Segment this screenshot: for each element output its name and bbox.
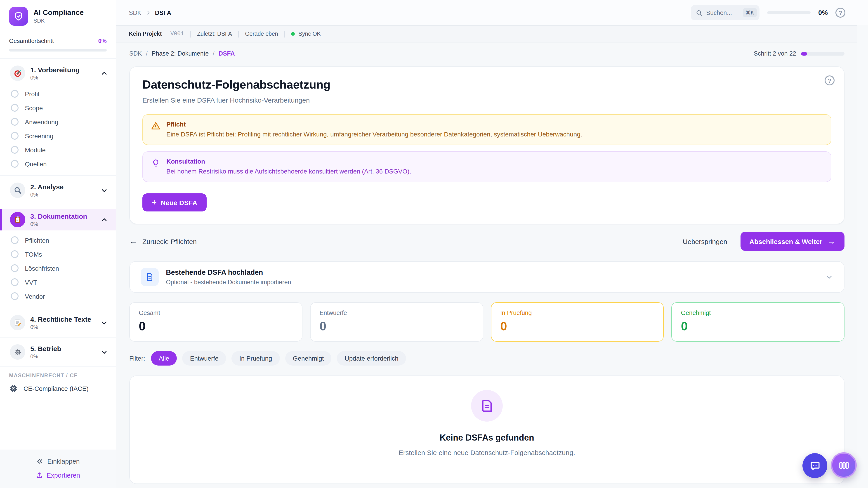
filter-chip[interactable]: Genehmigt: [285, 351, 332, 365]
stat-label: Entwuerfe: [320, 310, 474, 316]
new-dsfa-button[interactable]: + Neue DSFA: [143, 193, 207, 212]
section-percent: 0%: [30, 191, 64, 198]
plus-icon: +: [152, 198, 157, 206]
section-percent: 0%: [30, 353, 61, 359]
empty-state-subtitle: Erstellen Sie eine neue Datenschutz-Folg…: [399, 449, 575, 456]
collapse-sidebar-button[interactable]: Einklappen: [36, 458, 80, 465]
chat-fab-button[interactable]: [802, 453, 827, 478]
page-breadcrumb-phase[interactable]: Phase 2: Dokumente: [152, 50, 209, 57]
sidebar-item-ce-compliance[interactable]: CE-Compliance (IACE): [0, 380, 116, 399]
back-button[interactable]: ← Zurueck: Pflichten: [129, 237, 197, 246]
topbar: SDK DSFA Suchen... ⌘K 0% ?: [116, 0, 868, 25]
sidebar-section-header[interactable]: 1. Vorbereitung 0%: [0, 62, 116, 84]
document-icon: [141, 268, 159, 286]
filter-chip[interactable]: In Pruefung: [232, 351, 280, 365]
overall-progress: Gesamtfortschritt 0%: [0, 32, 116, 58]
sidebar-item-label: Screening: [25, 132, 53, 139]
chevron-down-icon: [101, 187, 107, 194]
ce-item-label: CE-Compliance (IACE): [24, 385, 89, 392]
target-icon: [10, 66, 25, 81]
radio-circle-icon: [11, 146, 19, 154]
chevron-up-icon: [101, 70, 107, 76]
card-help-icon[interactable]: ?: [825, 75, 835, 86]
radio-circle-icon: [11, 278, 19, 286]
filter-chip[interactable]: Entwuerfe: [182, 351, 226, 365]
sidebar-item-label: Vendor: [25, 293, 45, 300]
stat-card: Entwuerfe 0: [310, 302, 483, 341]
sidebar-item-vendor[interactable]: Vendor: [0, 289, 116, 303]
chevron-right-icon: [146, 10, 151, 15]
sidebar-item-l-schfristen[interactable]: Löschfristen: [0, 261, 116, 275]
filter-label: Filter:: [129, 355, 145, 362]
empty-state-title: Keine DSFAs gefunden: [440, 433, 534, 443]
sidebar-item-scope[interactable]: Scope: [0, 101, 116, 115]
search-input[interactable]: Suchen... ⌘K: [691, 5, 760, 20]
sidebar-section: 2. Analyse 0%: [0, 175, 116, 205]
sidebar-item-label: TOMs: [25, 251, 42, 258]
export-button[interactable]: Exportieren: [36, 472, 80, 479]
section-label: 5. Betrieb: [30, 345, 61, 352]
section-percent: 0%: [30, 74, 80, 80]
sync-ok-dot: [291, 32, 295, 36]
chevron-down-icon[interactable]: [825, 273, 833, 281]
radio-circle-icon: [11, 160, 19, 168]
sidebar-item-module[interactable]: Module: [0, 143, 116, 157]
sidebar-section-header[interactable]: 5. Betrieb 0%: [0, 341, 116, 363]
chevron-down-icon: [101, 319, 107, 326]
scrollbar-track[interactable]: [857, 25, 868, 488]
skip-button[interactable]: Ueberspringen: [676, 233, 734, 250]
sidebar-item-pflichten[interactable]: Pflichten: [0, 233, 116, 247]
sync-status: Sync OK: [291, 31, 321, 37]
sidebar-section-header[interactable]: 2. Analyse 0%: [0, 180, 116, 201]
sidebar-item-quellen[interactable]: Quellen: [0, 157, 116, 171]
upload-existing-dsfa-panel[interactable]: Bestehende DSFA hochladen Optional - bes…: [129, 261, 844, 293]
help-icon[interactable]: ?: [835, 8, 845, 18]
arrow-right-icon: →: [827, 237, 835, 246]
columns-icon: [838, 459, 850, 471]
sidebar-item-anwendung[interactable]: Anwendung: [0, 115, 116, 129]
radio-circle-icon: [11, 264, 19, 272]
clipboard-icon: [10, 212, 25, 227]
sidebar-item-label: Quellen: [25, 160, 47, 167]
chevrons-left-icon: [36, 458, 43, 465]
breadcrumb-root[interactable]: SDK: [129, 9, 142, 16]
overall-progress-value: 0%: [98, 37, 107, 44]
stat-label: In Pruefung: [500, 310, 654, 316]
upload-subtitle: Optional - bestehende Dokumente importie…: [166, 279, 291, 286]
sidebar-section-header[interactable]: 3. Dokumentation 0%: [0, 209, 116, 230]
sidebar-section-header[interactable]: 4. Rechtliche Texte 0%: [0, 312, 116, 333]
finish-next-button[interactable]: Abschliessen & Weiter →: [740, 232, 844, 251]
page-breadcrumb: SDK / Phase 2: Dokumente / DSFA: [129, 50, 235, 57]
radio-circle-icon: [11, 132, 19, 140]
section-label: 1. Vorbereitung: [30, 66, 80, 73]
filter-chip[interactable]: Alle: [151, 351, 177, 365]
filter-chip[interactable]: Update erforderlich: [337, 351, 406, 365]
stat-label: Gesamt: [139, 310, 293, 316]
page-content: SDK / Phase 2: Dokumente / DSFA Schritt …: [116, 42, 857, 488]
page-subtitle: Erstellen Sie eine DSFA fuer Hochrisiko-…: [143, 96, 831, 104]
overall-progress-bar: [9, 49, 107, 52]
search-icon: [696, 9, 703, 16]
status-bar: Kein Projekt V001 Zuletzt: DSFA Gerade e…: [116, 25, 857, 42]
breadcrumb: SDK DSFA: [129, 9, 171, 16]
chat-bubble-icon: [809, 460, 821, 471]
radio-circle-icon: [11, 250, 19, 258]
alert-konsultation: Konsultation Bei hohem Restrisiko muss d…: [143, 151, 831, 182]
stat-value: 0: [500, 320, 654, 333]
kanban-fab-button[interactable]: [831, 452, 857, 478]
sidebar-item-vvt[interactable]: VVT: [0, 275, 116, 289]
radio-circle-icon: [11, 292, 19, 300]
sidebar-item-screening[interactable]: Screening: [0, 129, 116, 143]
filter-row: Filter: AlleEntwuerfeIn PruefungGenehmig…: [129, 351, 844, 365]
main-area: SDK DSFA Suchen... ⌘K 0% ?: [116, 0, 868, 488]
page-breadcrumb-root[interactable]: SDK: [129, 50, 142, 57]
stat-card: In Pruefung 0: [491, 302, 664, 341]
sidebar-sections: 1. Vorbereitung 0% Profil Scope Anwendun…: [0, 58, 116, 366]
chevron-up-icon: [101, 216, 107, 223]
arrow-left-icon: ←: [129, 237, 137, 246]
sidebar-item-toms[interactable]: TOMs: [0, 247, 116, 261]
collapse-label: Einklappen: [47, 458, 80, 465]
alert-text: Bei hohem Restrisiko muss die Aufsichtsb…: [166, 168, 411, 175]
breadcrumb-current: DSFA: [155, 9, 171, 16]
sidebar-item-profil[interactable]: Profil: [0, 87, 116, 101]
